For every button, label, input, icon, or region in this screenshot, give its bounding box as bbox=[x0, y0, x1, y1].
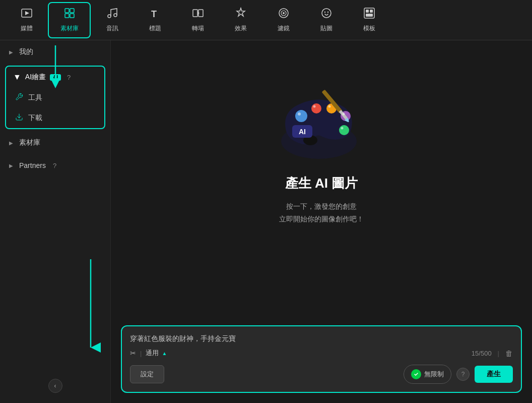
sidebar-download-item[interactable]: 下載 bbox=[6, 108, 104, 128]
content-area: AI 產生 AI 圖片 按一下，激發您的創意 立即開始你的圖像創作吧！ 穿著紅色… bbox=[111, 40, 532, 403]
library-icon bbox=[63, 7, 76, 22]
nav-library-label: 素材庫 bbox=[60, 24, 79, 33]
prompt-text[interactable]: 穿著紅色服裝的財神，手持金元寶 bbox=[130, 334, 513, 343]
unlimited-icon bbox=[411, 369, 421, 379]
svg-point-6 bbox=[108, 15, 111, 18]
download-label: 下載 bbox=[28, 113, 42, 123]
settings-button[interactable]: 設定 bbox=[130, 365, 164, 383]
tool-label: 工具 bbox=[28, 93, 42, 102]
prompt-actions: 設定 無限制 ? 產生 bbox=[130, 365, 513, 384]
media-icon bbox=[21, 7, 33, 22]
collapse-icon: ‹ bbox=[54, 382, 56, 389]
svg-point-33 bbox=[313, 105, 316, 108]
ai-artwork: AI bbox=[271, 76, 372, 166]
svg-marker-1 bbox=[25, 11, 29, 15]
subtitle-line1: 按一下，激發您的創意 bbox=[279, 200, 364, 213]
svg-point-16 bbox=[327, 12, 328, 13]
subtitle-line2: 立即開始你的圖像創作吧！ bbox=[279, 213, 364, 225]
nav-library[interactable]: 素材庫 bbox=[48, 2, 91, 38]
template-icon bbox=[363, 7, 375, 22]
sticker-icon bbox=[320, 7, 332, 22]
sidebar-library-label: 素材庫 bbox=[19, 138, 40, 147]
svg-point-32 bbox=[298, 112, 301, 116]
title-icon: T bbox=[149, 7, 161, 22]
svg-point-15 bbox=[324, 12, 325, 13]
svg-text:AI: AI bbox=[299, 128, 306, 136]
svg-point-26 bbox=[339, 125, 349, 135]
count-separator: | bbox=[498, 350, 499, 357]
nav-audio-label: 音訊 bbox=[106, 24, 118, 33]
trash-icon[interactable]: 🗑 bbox=[505, 349, 513, 358]
nav-title[interactable]: T 標題 bbox=[134, 2, 176, 38]
nav-sticker[interactable]: 貼圖 bbox=[305, 2, 348, 38]
svg-point-14 bbox=[322, 9, 331, 18]
nav-media[interactable]: 媒體 bbox=[5, 2, 48, 38]
nav-filter-label: 濾鏡 bbox=[278, 24, 290, 33]
nav-audio[interactable]: 音訊 bbox=[91, 2, 134, 38]
svg-rect-4 bbox=[65, 14, 69, 18]
sidebar-collapse-btn[interactable]: ‹ bbox=[48, 379, 62, 393]
partners-help-icon[interactable]: ? bbox=[53, 162, 56, 169]
effect-icon bbox=[235, 7, 247, 22]
svg-point-22 bbox=[295, 110, 307, 122]
transition-icon bbox=[192, 7, 204, 22]
chevron-right-icon-2: ▶ bbox=[9, 140, 13, 146]
nav-filter[interactable]: 濾鏡 bbox=[262, 2, 305, 38]
top-nav: 媒體 素材庫 音訊 T 標題 bbox=[0, 0, 532, 40]
svg-point-36 bbox=[341, 127, 344, 130]
tool-icon bbox=[15, 93, 23, 103]
nav-effect-label: 效果 bbox=[235, 24, 247, 33]
nav-transition-label: 轉場 bbox=[192, 24, 204, 33]
prompt-meta: ✂ | 通用 ▲ 15/500 | 🗑 bbox=[130, 349, 513, 358]
main-area: ▶ 我的 ▼ AI繪畫 AI ? 工具 bbox=[0, 40, 532, 403]
svg-point-35 bbox=[343, 113, 345, 116]
svg-rect-2 bbox=[65, 9, 69, 13]
download-icon bbox=[15, 113, 23, 123]
lang-arrow-icon[interactable]: ▲ bbox=[162, 351, 167, 356]
svg-point-13 bbox=[283, 12, 285, 14]
nav-template-label: 模板 bbox=[363, 24, 375, 33]
sidebar-item-library[interactable]: ▶ 素材庫 bbox=[0, 131, 110, 154]
svg-rect-18 bbox=[366, 10, 369, 13]
prompt-area: 穿著紅色服裝的財神，手持金元寶 ✂ | 通用 ▲ 15/500 | 🗑 設定 bbox=[121, 325, 522, 393]
content-subtitle: 按一下，激發您的創意 立即開始你的圖像創作吧！ bbox=[279, 200, 364, 225]
right-actions: 無限制 ? 產生 bbox=[404, 365, 513, 384]
unlimited-button[interactable]: 無限制 bbox=[404, 365, 451, 384]
nav-media-label: 媒體 bbox=[21, 24, 33, 33]
svg-rect-3 bbox=[70, 9, 74, 13]
ai-illustration: AI 產生 AI 圖片 按一下，激發您的創意 立即開始你的圖像創作吧！ bbox=[271, 76, 372, 225]
help-text: ? bbox=[461, 371, 465, 378]
sidebar-tool-item[interactable]: 工具 bbox=[6, 88, 104, 108]
svg-point-23 bbox=[311, 103, 321, 113]
nav-title-label: 標題 bbox=[149, 24, 161, 33]
svg-rect-9 bbox=[193, 10, 197, 17]
sidebar-item-partners[interactable]: ▶ Partners ? bbox=[0, 154, 110, 177]
unlimited-label: 無限制 bbox=[424, 370, 444, 379]
svg-point-7 bbox=[114, 14, 117, 17]
arrow-sidebar-prompt bbox=[81, 254, 141, 355]
prompt-count: 15/500 | 🗑 bbox=[472, 349, 513, 358]
nav-transition[interactable]: 轉場 bbox=[176, 2, 219, 38]
svg-rect-19 bbox=[370, 10, 373, 13]
generate-button[interactable]: 產生 bbox=[475, 366, 513, 383]
lang-label: 通用 bbox=[146, 349, 159, 358]
nav-sticker-label: 貼圖 bbox=[320, 24, 332, 33]
chevron-right-icon-3: ▶ bbox=[9, 163, 13, 168]
nav-effect[interactable]: 效果 bbox=[219, 2, 262, 38]
svg-rect-20 bbox=[366, 14, 373, 17]
svg-point-34 bbox=[328, 105, 331, 108]
arrow-nav-sidebar bbox=[0, 40, 111, 91]
char-count: 15/500 bbox=[472, 350, 492, 357]
nav-template[interactable]: 模板 bbox=[348, 2, 390, 38]
content-title: 產生 AI 圖片 bbox=[285, 175, 358, 192]
audio-icon bbox=[106, 7, 118, 22]
svg-rect-5 bbox=[70, 14, 74, 18]
svg-text:T: T bbox=[151, 9, 157, 19]
unlimited-help-icon[interactable]: ? bbox=[456, 368, 470, 381]
filter-icon bbox=[278, 7, 290, 22]
sidebar-partners-label: Partners bbox=[19, 161, 46, 169]
